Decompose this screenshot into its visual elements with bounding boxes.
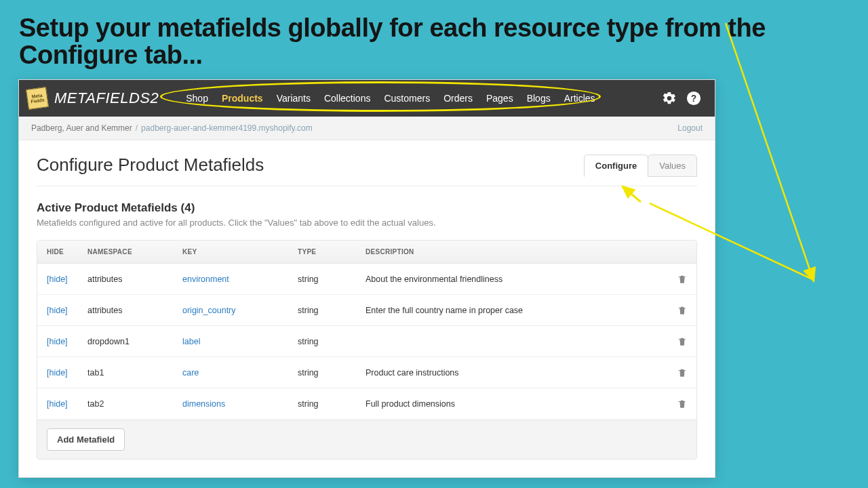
- cell-namespace: attributes: [87, 306, 182, 315]
- nav-shop[interactable]: Shop: [186, 93, 208, 104]
- cell-namespace: tab2: [87, 399, 182, 409]
- hide-link[interactable]: [hide]: [47, 399, 87, 409]
- metafields-table: HIDE NAMESPACE KEY TYPE DESCRIPTION [hid…: [37, 240, 697, 460]
- nav-customers[interactable]: Customers: [384, 93, 430, 104]
- help-icon[interactable]: ?: [686, 91, 701, 106]
- cell-namespace: attributes: [87, 274, 182, 284]
- cell-key[interactable]: label: [182, 337, 298, 346]
- nav-collections[interactable]: Collections: [324, 93, 370, 104]
- svg-text:?: ?: [691, 94, 696, 104]
- slide-title: Setup your metafields globally for each …: [0, 0, 868, 69]
- trash-icon[interactable]: [677, 306, 687, 315]
- nav-blogs[interactable]: Blogs: [527, 93, 551, 104]
- cell-description: Full product dimensions: [366, 399, 653, 409]
- col-hide: HIDE: [47, 248, 87, 256]
- col-namespace: NAMESPACE: [87, 248, 182, 256]
- cell-key[interactable]: dimensions: [182, 399, 298, 409]
- cell-description: Product care instructions: [366, 368, 653, 378]
- table-row: [hide]dropdown1labelstring: [37, 326, 696, 357]
- section-heading: Active Product Metafields (4): [37, 201, 697, 215]
- app-header: Meta Fields METAFIELDS2 ShopProductsVari…: [19, 80, 715, 117]
- cell-type: string: [298, 306, 366, 315]
- breadcrumb: Padberg, Auer and Kemmer / padberg-auer-…: [19, 117, 715, 140]
- table-row: [hide]tab1carestringProduct care instruc…: [37, 357, 696, 388]
- cell-type: string: [298, 337, 366, 346]
- table-header: HIDE NAMESPACE KEY TYPE DESCRIPTION: [37, 241, 696, 264]
- cell-key[interactable]: origin_country: [182, 306, 298, 315]
- cell-key[interactable]: care: [182, 368, 298, 378]
- logo-text: METAFIELDS2: [54, 89, 159, 107]
- col-type: TYPE: [298, 248, 366, 256]
- hide-link[interactable]: [hide]: [47, 368, 87, 378]
- tabs: Configure Values: [584, 154, 697, 176]
- cell-namespace: dropdown1: [87, 337, 182, 346]
- breadcrumb-domain[interactable]: padberg-auer-and-kemmer4199.myshopify.co…: [141, 123, 313, 133]
- nav-articles[interactable]: Articles: [564, 93, 595, 104]
- page-title: Configure Product Metafields: [37, 155, 264, 176]
- nav-variants[interactable]: Variants: [277, 93, 311, 104]
- trash-icon[interactable]: [677, 368, 687, 378]
- nav-orders[interactable]: Orders: [443, 93, 473, 104]
- table-row: [hide]tab2dimensionsstringFull product d…: [37, 388, 696, 420]
- app-window: Meta Fields METAFIELDS2 ShopProductsVari…: [19, 80, 715, 477]
- hide-link[interactable]: [hide]: [47, 274, 87, 284]
- col-key: KEY: [182, 248, 298, 256]
- trash-icon[interactable]: [677, 274, 687, 284]
- breadcrumb-store: Padberg, Auer and Kemmer: [31, 123, 132, 133]
- cell-type: string: [298, 399, 366, 409]
- cell-namespace: tab1: [87, 368, 182, 378]
- top-nav: ShopProductsVariantsCollectionsCustomers…: [186, 93, 595, 104]
- col-description: DESCRIPTION: [366, 248, 653, 256]
- cell-description: About the environmental friendliness: [366, 274, 653, 284]
- tab-values[interactable]: Values: [648, 155, 697, 177]
- table-footer: Add Metafield: [37, 420, 696, 459]
- cell-description: Enter the full country name in proper ca…: [366, 306, 653, 315]
- cell-type: string: [298, 274, 366, 284]
- content: Configure Product Metafields Configure V…: [19, 140, 715, 477]
- table-row: [hide]attributesenvironmentstringAbout t…: [37, 264, 696, 295]
- logout-link[interactable]: Logout: [677, 123, 703, 133]
- add-metafield-button[interactable]: Add Metafield: [47, 428, 125, 451]
- trash-icon[interactable]: [677, 399, 687, 409]
- nav-products[interactable]: Products: [222, 93, 263, 104]
- hide-link[interactable]: [hide]: [47, 337, 87, 346]
- tab-configure[interactable]: Configure: [584, 155, 648, 177]
- cell-key[interactable]: environment: [182, 274, 298, 284]
- logo-badge: Meta Fields: [26, 87, 49, 110]
- section-description: Metafields configured and active for all…: [37, 218, 697, 228]
- trash-icon[interactable]: [677, 337, 687, 346]
- table-row: [hide]attributesorigin_countrystringEnte…: [37, 295, 696, 326]
- nav-pages[interactable]: Pages: [486, 93, 513, 104]
- cell-type: string: [298, 368, 366, 378]
- hide-link[interactable]: [hide]: [47, 306, 87, 315]
- gear-icon[interactable]: [662, 91, 677, 106]
